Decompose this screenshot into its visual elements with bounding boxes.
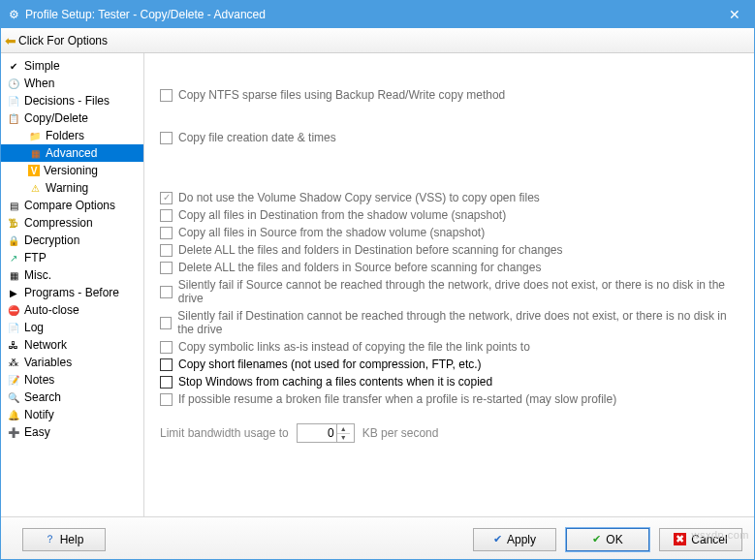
sidebar-item-autoclose[interactable]: ⛔Auto-close [1,301,143,319]
sidebar-item-decryption[interactable]: 🔒Decryption [1,232,143,249]
simple-icon: ✔ [7,59,20,73]
ok-icon: ✔ [592,533,601,545]
sidebar-item-when[interactable]: 🕒When [1,75,143,92]
lbl-src-shadow: Copy all files in Source from the shadow… [178,226,485,239]
when-icon: 🕒 [7,77,20,90]
sidebar-item-variables[interactable]: ⁂Variables [1,354,143,371]
sidebar-item-notes[interactable]: 📝Notes [1,371,143,389]
sidebar-item-compression[interactable]: 🗜Compression [1,214,143,232]
cancel-button[interactable]: ✖Cancel [659,528,742,551]
bandwidth-spinner[interactable]: ▲▼ [297,423,355,443]
sidebar-item-notify[interactable]: 🔔Notify [1,406,143,423]
apply-button[interactable]: ✔Apply [473,528,556,551]
help-button[interactable]: ？Help [22,528,106,551]
sidebar-item-warning[interactable]: ⚠Warning [1,179,143,197]
chk-resume[interactable] [160,393,173,406]
sidebar-item-folders[interactable]: 📁Folders [1,127,143,144]
sidebar-item-search[interactable]: 🔍Search [1,389,143,406]
lbl-del-src: Delete ALL the files and folders in Sour… [178,261,541,274]
options-label: Click For Options [18,34,108,47]
sidebar-item-misc[interactable]: ▦Misc. [1,266,143,284]
log-icon: 📄 [7,321,20,334]
lbl-dest-shadow: Copy all files in Destination from the s… [178,208,506,222]
cancel-icon: ✖ [674,533,686,545]
lbl-sparse: Copy NTFS sparse files using Backup Read… [178,88,505,102]
chk-src-shadow[interactable] [160,227,173,239]
network-icon: 🖧 [7,338,20,352]
title-bar: ⚙ Profile Setup: Tester - Copy/Delete - … [1,1,754,28]
chk-dest-shadow[interactable] [160,209,173,222]
lbl-del-dest: Delete ALL the files and folders in Dest… [178,243,562,257]
decryption-icon: 🔒 [7,233,20,247]
lbl-creation: Copy file creation date & times [178,131,336,144]
compression-icon: 🗜 [7,216,20,230]
compare-icon: ▤ [7,199,20,212]
chk-fail-dest[interactable] [160,317,172,329]
chk-nocache[interactable] [160,376,173,389]
advanced-icon: ▦ [28,146,42,160]
ok-button[interactable]: ✔OK [566,528,649,551]
spin-up-icon[interactable]: ▲ [337,424,350,434]
lbl-fail-src: Silently fail if Source cannot be reache… [178,278,739,305]
sidebar-item-versioning[interactable]: VVersioning [1,162,143,179]
chk-fail-src[interactable] [160,286,173,298]
spin-down-icon[interactable]: ▼ [337,434,350,443]
copydelete-icon: 📋 [7,111,20,125]
sidebar-item-network[interactable]: 🖧Network [1,336,143,354]
folders-icon: 📁 [28,129,42,142]
window-title: Profile Setup: Tester - Copy/Delete - Ad… [25,8,266,21]
decisions-icon: 📄 [7,94,20,108]
notify-icon: 🔔 [7,408,20,421]
sidebar-item-programs[interactable]: ▶Programs - Before [1,284,143,301]
easy-icon: ➕ [7,425,20,439]
sidebar-item-compare[interactable]: ▤Compare Options [1,197,143,214]
lbl-shortnames: Copy short filenames (not used for compr… [178,358,482,371]
variables-icon: ⁂ [7,356,20,369]
bandwidth-label: Limit bandwidth usage to [160,426,289,440]
misc-icon: ▦ [7,268,20,282]
lbl-fail-dest: Silently fail if Destination cannot be r… [177,309,739,336]
sidebar-item-copydelete[interactable]: 📋Copy/Delete [1,109,143,127]
lbl-resume: If possible resume a broken file transfe… [178,392,616,406]
versioning-icon: V [28,165,40,176]
options-bar[interactable]: ⬅ Click For Options [1,28,754,53]
settings-panel: Copy NTFS sparse files using Backup Read… [144,53,754,516]
warning-icon: ⚠ [28,181,42,195]
navigation-sidebar: ✔Simple 🕒When 📄Decisions - Files 📋Copy/D… [1,53,144,516]
sidebar-item-easy[interactable]: ➕Easy [1,423,143,441]
chk-symlink[interactable] [160,341,173,354]
chk-del-src[interactable] [160,262,173,274]
options-arrow-icon: ⬅ [5,33,16,48]
sidebar-item-advanced[interactable]: ▦Advanced [1,144,143,162]
ftp-icon: ↗ [7,251,20,264]
search-icon: 🔍 [7,390,20,404]
lbl-nocache: Stop Windows from caching a files conten… [178,375,492,389]
chk-vss[interactable] [160,192,173,204]
sidebar-item-ftp[interactable]: ↗FTP [1,249,143,266]
programs-icon: ▶ [7,286,20,299]
autoclose-icon: ⛔ [7,303,20,317]
app-icon: ⚙ [9,8,19,21]
chk-del-dest[interactable] [160,244,173,257]
window-close-button[interactable]: ✕ [715,1,754,28]
chk-shortnames[interactable] [160,358,173,371]
lbl-symlink: Copy symbolic links as-is instead of cop… [178,340,530,354]
notes-icon: 📝 [7,373,20,387]
help-icon: ？ [45,532,55,546]
chk-sparse[interactable] [160,89,173,102]
lbl-vss: Do not use the Volume Shadow Copy servic… [178,191,540,204]
bandwidth-unit: KB per second [362,426,439,440]
chk-creation[interactable] [160,132,173,144]
sidebar-item-log[interactable]: 📄Log [1,319,143,336]
apply-icon: ✔ [493,533,502,545]
bandwidth-input[interactable] [298,425,336,441]
sidebar-item-simple[interactable]: ✔Simple [1,57,143,75]
sidebar-item-decisions[interactable]: 📄Decisions - Files [1,92,143,109]
dialog-footer: ？Help ✔Apply ✔OK ✖Cancel [1,516,754,560]
